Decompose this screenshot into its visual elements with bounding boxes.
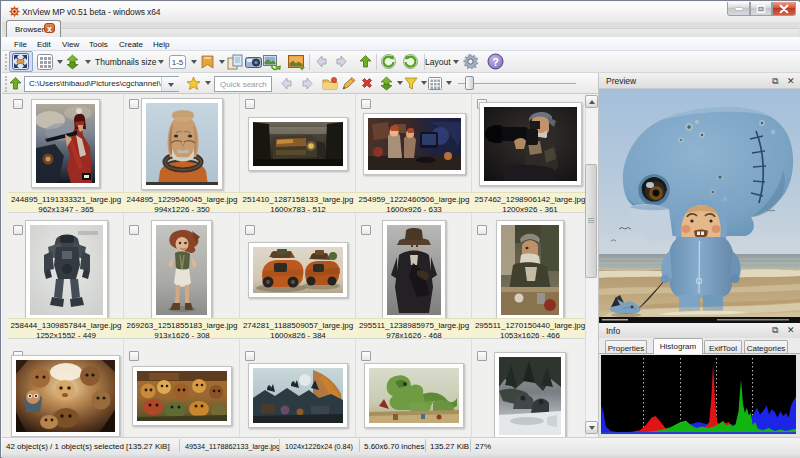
svg-text:?: ?	[492, 56, 499, 68]
svg-text:1-5: 1-5	[172, 58, 184, 67]
